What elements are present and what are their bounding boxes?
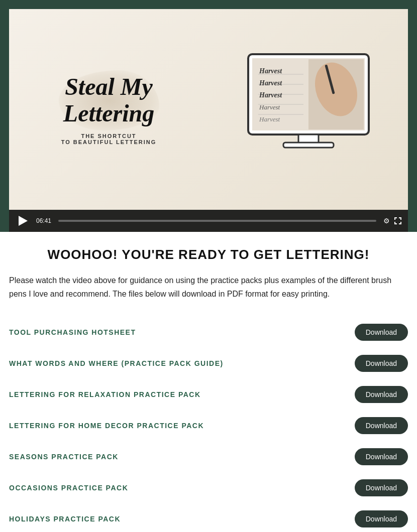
time-display: 06:41 bbox=[36, 217, 51, 224]
video-monitor-area: Harvest Harvest Harvest Harvest Harvest bbox=[208, 39, 408, 180]
video-container: Steal My Lettering THE SHORTCUT TO BEAUT… bbox=[0, 0, 417, 232]
item-label-4: SEASONS PRACTICE PACK bbox=[9, 453, 347, 461]
content-area: WOOHOO! YOU'RE READY TO GET LETTERING! P… bbox=[0, 232, 417, 532]
video-title-art: Steal My Lettering bbox=[63, 74, 154, 127]
svg-rect-16 bbox=[283, 143, 334, 148]
download-btn-2[interactable]: Download bbox=[355, 386, 408, 403]
download-btn-5[interactable]: Download bbox=[355, 479, 408, 496]
download-btn-0[interactable]: Download bbox=[355, 324, 408, 341]
title-line2: Lettering bbox=[63, 100, 154, 126]
play-button[interactable] bbox=[15, 213, 31, 229]
svg-text:Harvest: Harvest bbox=[259, 115, 280, 123]
download-row-5: OCCASIONS PRACTICE PACK Download bbox=[9, 472, 408, 503]
steal-text-content: Steal My Lettering bbox=[63, 74, 154, 127]
download-row-0: TOOL PURCHASING HOTSHEET Download bbox=[9, 317, 408, 348]
download-btn-1[interactable]: Download bbox=[355, 355, 408, 372]
svg-text:Harvest: Harvest bbox=[259, 67, 282, 75]
download-btn-6[interactable]: Download bbox=[355, 510, 408, 527]
item-label-0: TOOL PURCHASING HOTSHEET bbox=[9, 328, 347, 336]
video-thumbnail: Steal My Lettering THE SHORTCUT TO BEAUT… bbox=[9, 9, 408, 210]
svg-text:Harvest: Harvest bbox=[259, 91, 282, 99]
progress-bar[interactable] bbox=[58, 220, 376, 222]
settings-icon[interactable]: ⚙ bbox=[383, 217, 390, 225]
fullscreen-icon[interactable] bbox=[394, 217, 402, 225]
svg-text:Harvest: Harvest bbox=[259, 103, 280, 111]
item-label-2: LETTERING FOR RELAXATION PRACTICE PACK bbox=[9, 390, 347, 398]
item-label-1: WHAT WORDS AND WHERE (PRACTICE PACK GUID… bbox=[9, 359, 347, 367]
monitor-illustration: Harvest Harvest Harvest Harvest Harvest bbox=[238, 49, 379, 170]
download-row-4: SEASONS PRACTICE PACK Download bbox=[9, 441, 408, 472]
video-player: Steal My Lettering THE SHORTCUT TO BEAUT… bbox=[9, 9, 408, 232]
main-heading: WOOHOO! YOU'RE READY TO GET LETTERING! bbox=[9, 247, 408, 262]
video-controls-bar: 06:41 ⚙ bbox=[9, 210, 408, 232]
download-row-1: WHAT WORDS AND WHERE (PRACTICE PACK GUID… bbox=[9, 348, 408, 379]
item-label-5: OCCASIONS PRACTICE PACK bbox=[9, 484, 347, 492]
download-row-6: HOLIDAYS PRACTICE PACK Download bbox=[9, 503, 408, 532]
download-btn-3[interactable]: Download bbox=[355, 417, 408, 434]
play-icon bbox=[19, 216, 28, 226]
page-wrapper: Steal My Lettering THE SHORTCUT TO BEAUT… bbox=[0, 0, 417, 532]
download-list: TOOL PURCHASING HOTSHEET Download WHAT W… bbox=[9, 317, 408, 532]
item-label-6: HOLIDAYS PRACTICE PACK bbox=[9, 515, 347, 523]
description-text: Please watch the video above for guidanc… bbox=[9, 274, 408, 301]
control-icons: ⚙ bbox=[383, 217, 402, 225]
download-row-3: LETTERING FOR HOME DECOR PRACTICE PACK D… bbox=[9, 410, 408, 441]
item-label-3: LETTERING FOR HOME DECOR PRACTICE PACK bbox=[9, 422, 347, 430]
video-subtitle: THE SHORTCUT TO BEAUTIFUL LETTERING bbox=[61, 133, 157, 145]
svg-text:Harvest: Harvest bbox=[259, 79, 282, 87]
download-btn-4[interactable]: Download bbox=[355, 448, 408, 465]
video-logo-area: Steal My Lettering THE SHORTCUT TO BEAUT… bbox=[9, 64, 208, 155]
title-line1: Steal My bbox=[65, 73, 153, 100]
download-row-2: LETTERING FOR RELAXATION PRACTICE PACK D… bbox=[9, 379, 408, 410]
